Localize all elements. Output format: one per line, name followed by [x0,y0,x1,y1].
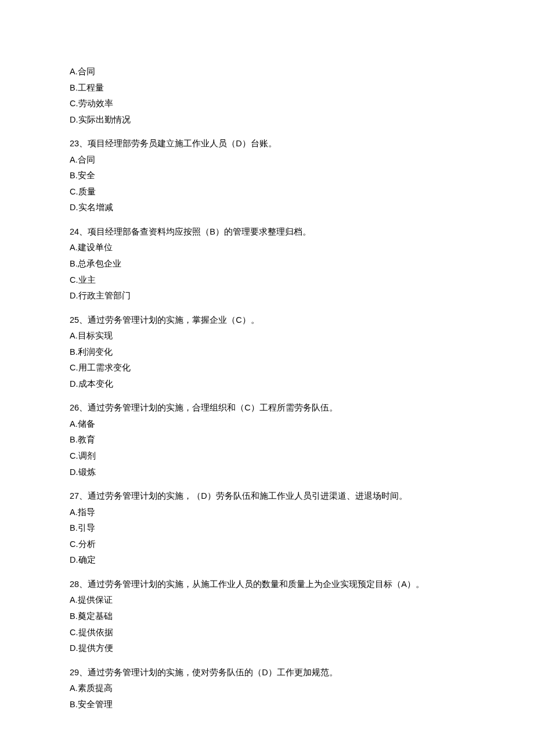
option-line: D.行政主管部门 [70,288,464,304]
option-line: B.工程量 [70,80,464,96]
option-line: B.教育 [70,432,464,448]
document-page: A.合同 B.工程量 C.劳动效率 D.实际出勤情况 23、项目经理部劳务员建立… [0,0,534,756]
option-line: A.提供保证 [70,592,464,609]
option-line: D.成本变化 [70,376,464,393]
option-line: C.提供依据 [70,625,464,641]
question-block-26: 26、通过劳务管理计划的实施，合理组织和（C）工程所需劳务队伍。 A.储备 B.… [70,400,464,480]
question-stem: 26、通过劳务管理计划的实施，合理组织和（C）工程所需劳务队伍。 [70,400,464,416]
question-stem: 29、通过劳务管理计划的实施，使对劳务队伍的（D）工作更加规范。 [70,665,464,681]
option-line: A.储备 [70,416,464,433]
option-line: B.引导 [70,520,464,537]
option-line: B.安全管理 [70,697,464,713]
question-block-29: 29、通过劳务管理计划的实施，使对劳务队伍的（D）工作更加规范。 A.素质提高 … [70,665,464,713]
prelude-options-block: A.合同 B.工程量 C.劳动效率 D.实际出勤情况 [70,64,464,128]
option-line: C.劳动效率 [70,96,464,112]
question-block-28: 28、通过劳务管理计划的实施，从施工作业人员的数量和质量上为企业实现预定目标（A… [70,577,464,657]
question-stem: 27、通过劳务管理计划的实施，（D）劳务队伍和施工作业人员引进渠道、进退场时间。 [70,488,464,505]
option-line: B.奠定基础 [70,609,464,625]
option-line: D.实际出勤情况 [70,112,464,128]
option-line: B.总承包企业 [70,256,464,272]
option-line: D.确定 [70,552,464,568]
option-line: A.目标实现 [70,328,464,344]
question-stem: 25、通过劳务管理计划的实施，掌握企业（C）。 [70,312,464,329]
option-line: D.提供方便 [70,640,464,657]
question-stem: 23、项目经理部劳务员建立施工作业人员（D）台账。 [70,136,464,152]
question-block-23: 23、项目经理部劳务员建立施工作业人员（D）台账。 A.合同 B.安全 C.质量… [70,136,464,216]
option-line: C.用工需求变化 [70,360,464,376]
option-line: D.锻炼 [70,465,464,481]
option-line: A.素质提高 [70,681,464,697]
option-line: C.业主 [70,272,464,289]
question-block-25: 25、通过劳务管理计划的实施，掌握企业（C）。 A.目标实现 B.利润变化 C.… [70,312,464,393]
option-line: B.利润变化 [70,344,464,361]
option-line: A.指导 [70,505,464,521]
option-line: D.实名增减 [70,200,464,216]
question-stem: 24、项目经理部备查资料均应按照（B）的管理要求整理归档。 [70,224,464,240]
option-line: A.合同 [70,64,464,80]
option-line: C.调剂 [70,448,464,465]
option-line: C.分析 [70,537,464,553]
question-block-24: 24、项目经理部备查资料均应按照（B）的管理要求整理归档。 A.建设单位 B.总… [70,224,464,304]
option-line: A.建设单位 [70,240,464,256]
option-line: B.安全 [70,168,464,184]
question-stem: 28、通过劳务管理计划的实施，从施工作业人员的数量和质量上为企业实现预定目标（A… [70,577,464,593]
option-line: A.合同 [70,152,464,168]
question-block-27: 27、通过劳务管理计划的实施，（D）劳务队伍和施工作业人员引进渠道、进退场时间。… [70,488,464,568]
option-line: C.质量 [70,184,464,200]
